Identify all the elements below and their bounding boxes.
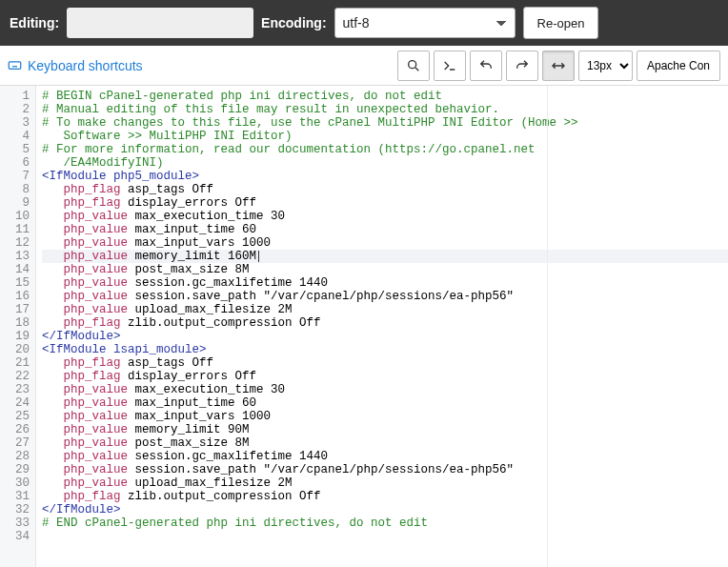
undo-button[interactable] [470,51,502,81]
line-number: 9 [0,196,30,210]
print-margin [547,86,548,567]
code-line[interactable]: php_value session.save_path "/var/cpanel… [42,290,728,303]
editing-file-input[interactable] [67,8,253,38]
code-line[interactable]: </IfModule> [42,503,728,516]
code-line[interactable]: /EA4ModifyINI) [42,156,728,170]
code-line[interactable]: php_value max_input_vars 1000 [42,236,728,250]
code-line[interactable]: php_flag zlib.output_compression Off [42,316,728,330]
line-number: 20 [0,343,30,356]
line-number: 32 [0,503,30,516]
code-line[interactable]: Software >> MultiPHP INI Editor) [42,130,728,143]
keyboard-shortcuts-link[interactable]: Keyboard shortcuts [8,58,143,73]
terminal-button[interactable] [434,51,466,81]
keyboard-icon [8,58,22,72]
line-number: 33 [0,516,30,530]
code-line[interactable]: php_value post_max_size 8M [42,436,728,450]
wrap-icon [551,58,566,73]
code-line[interactable]: php_value memory_limit 160M [42,250,728,263]
code-line[interactable]: php_value memory_limit 90M [42,423,728,436]
line-number: 3 [0,116,30,130]
undo-icon [478,58,494,73]
line-number: 2 [0,103,30,116]
code-line[interactable]: php_value session.save_path "/var/cpanel… [42,463,728,476]
syntax-mode-select[interactable]: Apache Con [637,51,720,81]
line-number: 14 [0,263,30,276]
code-line[interactable]: php_value post_max_size 8M [42,263,728,276]
editor-controls: 13px Apache Con [397,51,720,81]
code-line[interactable] [42,530,728,543]
reopen-button[interactable]: Re-open [523,7,599,39]
code-line[interactable]: php_flag zlib.output_compression Off [42,490,728,503]
line-number: 15 [0,276,30,290]
code-line[interactable]: # Manual editing of this file may result… [42,103,728,116]
line-number: 19 [0,330,30,343]
line-number: 21 [0,356,30,370]
line-number: 28 [0,450,30,463]
line-number: 16 [0,290,30,303]
code-line[interactable]: </IfModule> [42,330,728,343]
code-line[interactable]: # To make changes to this file, use the … [42,116,728,130]
line-number: 13 [0,250,30,263]
line-number: 10 [0,210,30,223]
code-line[interactable]: php_value max_execution_time 30 [42,383,728,396]
line-gutter: 1234567891011121314151617181920212223242… [0,86,36,567]
line-number: 6 [0,156,30,170]
code-line[interactable]: # END cPanel-generated php ini directive… [42,516,728,530]
code-line[interactable]: php_flag asp_tags Off [42,356,728,370]
line-number: 4 [0,130,30,143]
redo-icon [515,58,530,73]
code-line[interactable]: php_flag asp_tags Off [42,183,728,196]
code-line[interactable]: # For more information, read our documen… [42,143,728,156]
second-toolbar: Keyboard shortcuts 13px Apache Con [0,46,728,86]
line-number: 29 [0,463,30,476]
code-line[interactable]: <IfModule lsapi_module> [42,343,728,356]
code-area[interactable]: # BEGIN cPanel-generated php ini directi… [36,86,728,567]
line-number: 8 [0,183,30,196]
editing-label: Editing: [10,15,59,30]
line-number: 34 [0,530,30,543]
code-line[interactable]: php_value max_execution_time 30 [42,210,728,223]
line-number: 27 [0,436,30,450]
line-number: 31 [0,490,30,503]
line-number: 26 [0,423,30,436]
encoding-label: Encoding: [261,15,326,30]
svg-rect-0 [9,62,21,70]
line-number: 18 [0,316,30,330]
code-line[interactable]: php_value upload_max_filesize 2M [42,303,728,316]
font-size-select[interactable]: 13px [578,51,633,81]
terminal-icon [442,58,457,73]
code-line[interactable]: php_flag display_errors Off [42,196,728,210]
code-line[interactable]: <IfModule php5_module> [42,170,728,183]
line-number: 22 [0,370,30,383]
wrap-toggle-button[interactable] [542,51,575,81]
code-line[interactable]: php_flag display_errors Off [42,370,728,383]
encoding-select[interactable]: utf-8 [334,8,516,38]
code-line[interactable]: php_value max_input_time 60 [42,223,728,236]
line-number: 7 [0,170,30,183]
keyboard-shortcuts-label: Keyboard shortcuts [28,58,143,73]
search-icon [406,58,421,73]
code-editor[interactable]: 1234567891011121314151617181920212223242… [0,86,728,567]
code-line[interactable]: php_value max_input_vars 1000 [42,410,728,423]
line-number: 11 [0,223,30,236]
line-number: 12 [0,236,30,250]
line-number: 17 [0,303,30,316]
line-number: 1 [0,90,30,103]
search-button[interactable] [397,51,430,81]
code-line[interactable]: php_value upload_max_filesize 2M [42,476,728,490]
line-number: 30 [0,476,30,490]
top-toolbar: Editing: Encoding: utf-8 Re-open [0,0,728,46]
line-number: 23 [0,383,30,396]
code-line[interactable]: php_value session.gc_maxlifetime 1440 [42,276,728,290]
redo-button[interactable] [506,51,538,81]
code-line[interactable]: php_value session.gc_maxlifetime 1440 [42,450,728,463]
code-line[interactable]: # BEGIN cPanel-generated php ini directi… [42,90,728,103]
line-number: 5 [0,143,30,156]
line-number: 25 [0,410,30,423]
line-number: 24 [0,396,30,410]
svg-point-1 [409,60,416,68]
text-cursor [258,251,259,262]
code-line[interactable]: php_value max_input_time 60 [42,396,728,410]
